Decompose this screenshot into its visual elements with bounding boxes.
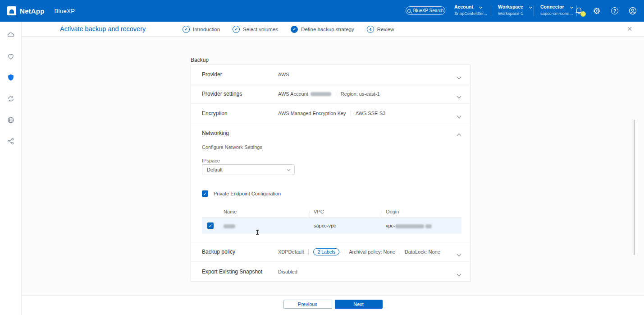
sidebar-item-health[interactable] [4,49,18,64]
accordion-row-export-snapshot[interactable]: Export Existing Snapshot Disabled [191,262,470,281]
account-value: SnapCenterSer... [454,11,487,16]
netapp-logo-icon [7,6,16,15]
step-label: Review [377,27,394,32]
row-title: Encryption [191,110,278,116]
row-title: Export Existing Snapshot [191,269,278,275]
export-value: Disabled [278,269,297,274]
sidebar-item-mobility[interactable] [4,92,18,106]
help-button[interactable]: ? [610,6,620,16]
endpoint-table: Name VPC Origin ✓ sapcc-vpc vpc- [202,206,461,234]
step-select-volumes[interactable]: ✓ Select volumes [233,26,278,33]
cell-origin: vpc- [382,223,461,228]
bluexp-search-button[interactable]: BlueXP Search [406,6,445,15]
sidebar-item-storage[interactable] [4,28,18,42]
sync-arrows-icon [7,95,15,103]
policy-name-value: XDPDefault [278,249,304,255]
sidebar-item-protection[interactable] [4,70,18,85]
text-cursor [257,230,258,235]
share-nodes-icon [7,137,15,145]
chevron-down-icon [457,269,461,278]
table-row[interactable]: ✓ sapcc-vpc vpc- [202,218,461,234]
backup-settings-card: Provider AWS Provider settings AWS Accou… [191,65,471,282]
column-header-origin: Origin [382,209,461,214]
step-define-backup-strategy[interactable]: ✓ Define backup strategy [291,26,354,33]
connector-menu[interactable]: Connector sapcc-cm-conn... [540,4,573,18]
accordion-row-networking[interactable]: Networking [191,123,470,143]
account-menu[interactable]: Account SnapCenterSer... [454,4,487,18]
private-endpoint-checkbox[interactable]: ✓ [202,190,208,197]
close-icon[interactable]: ✕ [627,25,632,32]
step-introduction[interactable]: ✓ Introduction [183,26,220,33]
ipspace-selected-value: Default [207,167,223,172]
archival-policy-value: Archival policy: None [349,249,395,255]
vertical-scrollbar[interactable] [634,120,635,255]
divider [491,5,491,16]
user-profile-button[interactable] [628,6,638,16]
redacted-text [224,224,235,228]
chevron-up-icon [457,131,461,139]
globe-icon [7,116,15,124]
accordion-row-backup-policy[interactable]: Backup policy XDPDefault 2 Labels Archiv… [191,242,470,262]
page-title: Activate backup and recovery [60,25,146,32]
labels-badge[interactable]: 2 Labels [313,248,339,255]
row-title: Backup policy [191,249,278,255]
notifications-button[interactable] [574,6,584,16]
connector-label: Connector [540,4,564,9]
redacted-text [425,224,432,228]
workspace-menu[interactable]: Workspace Workspace-1 [498,4,532,18]
redacted-text [395,224,424,228]
product-name: BlueXP [55,8,75,14]
search-icon [407,9,411,13]
chevron-down-icon [457,250,461,258]
divider [400,249,400,255]
chevron-down-icon [457,72,461,80]
aws-account-label: AWS Account [278,91,308,97]
row-checkbox[interactable]: ✓ [207,222,214,229]
cloud-icon [7,31,15,39]
divider [308,249,309,255]
row-title: Provider [191,71,278,78]
row-title: Provider settings [191,91,278,97]
next-button[interactable]: Next [335,300,383,309]
cell-vpc: sapcc-vpc [310,223,382,228]
step-label: Introduction [193,27,220,32]
chevron-down-icon [457,92,461,100]
column-header-name: Name [220,209,310,214]
chevron-down-icon [529,5,532,8]
step-label: Select volumes [243,27,278,32]
section-label: Backup [191,57,209,63]
divider [534,5,534,16]
ipspace-label: IPspace [202,158,220,163]
brand-name: NetApp [20,7,45,15]
ipspace-select[interactable]: Default [202,164,295,175]
column-header-vpc: VPC [310,209,382,214]
encryption-key-value: AWS Managed Encryption Key [278,111,346,116]
networking-subtitle: Configure Network Settings [202,144,262,150]
cell-name [220,223,310,228]
step-number-icon: 4 [367,26,374,33]
chevron-down-icon [479,5,482,8]
gear-icon: ⚙ [593,7,600,15]
previous-button[interactable]: Previous [283,300,332,309]
bluexp-app-window: NetApp BlueXP BlueXP Search Account Snap… [0,0,644,315]
accordion-row-provider-settings[interactable]: Provider settings AWS Account Region: us… [191,84,470,104]
accordion-row-provider[interactable]: Provider AWS [191,65,470,84]
sidebar-item-governance[interactable] [4,113,18,127]
wizard-header: Activate backup and recovery ✓ Introduct… [22,22,644,37]
wizard-stepper: ✓ Introduction ✓ Select volumes ✓ Define… [183,22,394,37]
accordion-row-encryption[interactable]: Encryption AWS Managed Encryption Key AW… [191,104,470,123]
sidebar-item-extensions[interactable] [4,134,18,148]
divider [344,249,344,255]
heart-icon [7,52,15,60]
user-icon [628,6,637,15]
footer-bar: Previous Next [22,295,644,315]
settings-button[interactable]: ⚙ [592,6,602,16]
shield-icon [7,74,15,82]
help-icon: ? [611,7,618,14]
step-complete-icon: ✓ [233,26,240,33]
step-review[interactable]: 4 Review [367,26,394,33]
region-value: Region: us-east-1 [341,91,380,97]
redacted-text [311,92,331,96]
main-content: Backup Provider AWS Provider settings AW… [22,37,644,315]
chevron-down-icon [457,111,461,119]
